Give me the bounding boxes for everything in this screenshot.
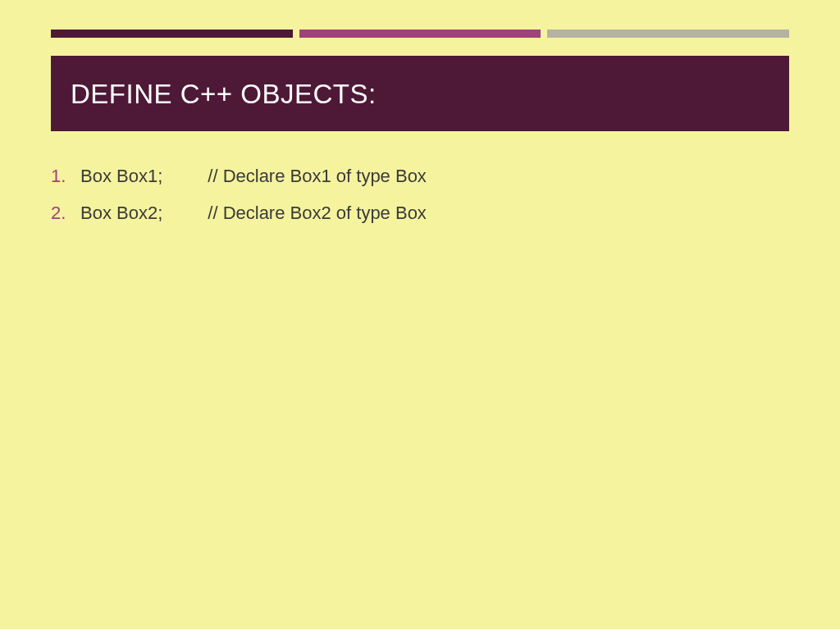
list-item: 2. Box Box2; // Declare Box2 of type Box [51,199,789,226]
title-container: DEFINE C++ OBJECTS: [51,56,789,131]
list-number: 2. [51,199,80,226]
accent-bar-3 [547,30,789,38]
accent-bar-1 [51,30,293,38]
accent-bar-2 [299,30,541,38]
list-text: Box Box1; // Declare Box1 of type Box [80,162,427,189]
list-number: 1. [51,162,80,189]
list-text: Box Box2; // Declare Box2 of type Box [80,199,427,226]
content-area: 1. Box Box1; // Declare Box1 of type Box… [0,131,840,226]
accent-bars [0,0,840,38]
slide-title: DEFINE C++ OBJECTS: [71,79,769,110]
list-item: 1. Box Box1; // Declare Box1 of type Box [51,162,789,189]
